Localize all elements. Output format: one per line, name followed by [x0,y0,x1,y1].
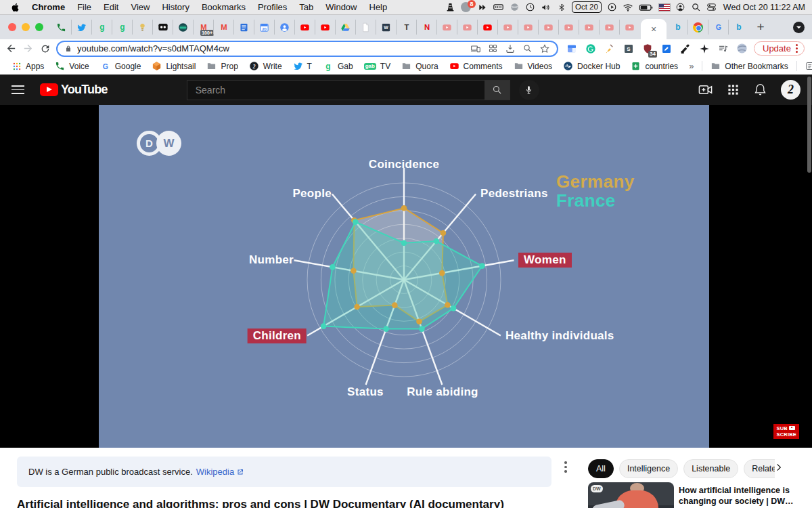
minimize-window-button[interactable] [22,23,30,31]
pinned-tab-yt-pale[interactable] [538,20,558,35]
page-scrollbar[interactable] [807,77,811,173]
extension-avatar-globe[interactable] [735,41,749,56]
pinned-tab-yt-pale[interactable] [558,20,579,35]
bookmark-countries[interactable]: countries [625,61,683,71]
pinned-tab-yt-pale[interactable] [497,20,518,35]
subscribe-watermark[interactable]: SUB SCRIBE [773,424,799,439]
update-button[interactable]: Update [754,41,805,56]
pinned-tab-gmail-badged[interactable]: M100+ [193,20,213,35]
vlc-cone-icon[interactable] [445,2,455,12]
pinned-tab-page[interactable] [355,20,376,35]
pinned-tab-youtube[interactable] [294,20,315,35]
tab-search-button[interactable] [793,22,805,33]
app-badge-icon[interactable]: 8 [461,2,472,13]
bookmark-lightsail[interactable]: Lightsail [146,61,201,71]
info-panel-menu-icon[interactable] [561,461,570,473]
date-badge[interactable]: Oct 20 [572,1,602,13]
close-tab-icon[interactable]: × [651,24,656,34]
wifi-icon[interactable] [623,2,633,13]
back-button[interactable] [3,41,20,57]
related-video-thumbnail[interactable]: DW [588,482,674,508]
pinned-tab-phone-green[interactable] [51,20,71,35]
wikipedia-link[interactable]: Wikipedia [196,467,244,477]
menu-edit[interactable]: Edit [97,2,125,12]
extension-window-blue[interactable] [564,41,579,56]
grid-install-icon[interactable] [488,43,498,54]
menu-tab[interactable]: Tab [293,2,319,12]
pinned-tab-contacts[interactable] [274,20,294,35]
extension-queue[interactable] [716,41,730,56]
volume-icon[interactable] [541,2,551,13]
chips-chevron-right-icon[interactable] [774,463,784,472]
youtube-apps-icon[interactable] [727,83,740,96]
account-icon[interactable] [675,2,685,12]
bookmarks-overflow-icon[interactable]: » [683,61,699,71]
pinned-tab-gmail[interactable]: M [213,20,233,35]
bluetooth-icon[interactable] [557,3,566,12]
keyboard-icon[interactable] [493,1,504,13]
devices-icon[interactable] [470,43,481,54]
pinned-tab-yt-pale[interactable] [619,20,639,35]
reload-button[interactable] [37,41,53,57]
video-player[interactable]: CoincidencePedestriansWomenHealthy indiv… [0,105,812,448]
guide-menu-icon[interactable] [12,85,24,94]
shark-icon[interactable] [478,3,487,12]
menu-file[interactable]: File [71,2,97,12]
youtube-logo[interactable]: YouTube [40,83,108,97]
pinned-tab-drive[interactable] [335,20,355,35]
related-video-title[interactable]: How artificial intelligence ischanging o… [679,485,793,507]
tab-chrome[interactable] [687,20,708,35]
pinned-tab-yt-pale[interactable] [579,20,599,35]
bookmark-write[interactable]: 2Write [244,61,288,71]
tab-bing[interactable]: b [668,20,687,35]
download-icon[interactable] [505,43,516,54]
clock-icon[interactable] [525,2,535,12]
bookmark-comments[interactable]: Comments [444,61,508,71]
chip-related[interactable]: Related [744,459,775,478]
bookmark-quora[interactable]: Quora [396,61,443,71]
bookmark-t[interactable]: T [288,61,317,71]
other-bookmarks[interactable]: Other Bookmarks [705,61,793,71]
spotlight-icon[interactable] [691,2,701,12]
browser-menu-icon[interactable] [796,44,798,53]
tab-google-g[interactable]: G [708,20,728,35]
bookmark-voice[interactable]: Voice [49,61,94,71]
new-tab-button[interactable]: + [751,18,770,37]
pinned-tab-twitter[interactable] [71,20,91,35]
create-video-icon[interactable] [698,82,713,98]
pinned-tab-letter-t[interactable]: T [396,20,416,35]
control-center-icon[interactable] [706,2,717,12]
lock-icon[interactable] [64,45,72,53]
pinned-tab-flickr[interactable] [152,20,173,35]
extension-broom[interactable] [602,41,616,56]
pinned-tab-lamp[interactable] [132,20,152,35]
pinned-tab-outlook[interactable] [233,20,254,35]
extension-grammarly[interactable] [583,41,597,56]
pinned-tab-yt-pale[interactable] [457,20,477,35]
menu-view[interactable]: View [125,2,156,12]
menubar-clock[interactable]: Wed Oct 20 11:22 AM [723,3,805,12]
pinned-tab-calendar[interactable]: 20 [254,20,274,35]
chip-intelligence[interactable]: Intelligence [619,459,678,478]
bookmark-docker-hub[interactable]: Docker Hub [558,61,625,71]
bookmark-gab[interactable]: gGab [317,61,359,72]
url-text[interactable]: youtube.com/watch?v=s0dMTAQM4cw [77,43,466,54]
menu-bookmarks[interactable]: Bookmarks [196,2,252,12]
search-button[interactable] [485,80,510,100]
search-input[interactable] [187,80,485,100]
voice-search-button[interactable] [519,80,539,100]
menu-help[interactable]: Help [363,2,394,12]
notifications-bell-icon[interactable] [753,83,767,97]
bookmark-apps[interactable]: Apps [7,62,49,71]
pinned-tab-stripes[interactable] [173,20,193,35]
pinned-tab-yt-pale[interactable] [518,20,538,35]
extension-shield[interactable]: 34 [640,41,654,56]
menubar-app-name[interactable]: Chrome [26,2,71,12]
pinned-tab-yt-pale[interactable] [599,20,619,35]
bookmark-videos[interactable]: Videos [508,61,558,71]
account-avatar[interactable]: 2 [781,80,800,100]
extension-s-square[interactable]: S [621,41,635,56]
bookmark-prop[interactable]: Prop [201,61,243,71]
pinned-tab-youtube[interactable] [315,20,335,35]
zoom-window-button[interactable] [35,23,43,31]
